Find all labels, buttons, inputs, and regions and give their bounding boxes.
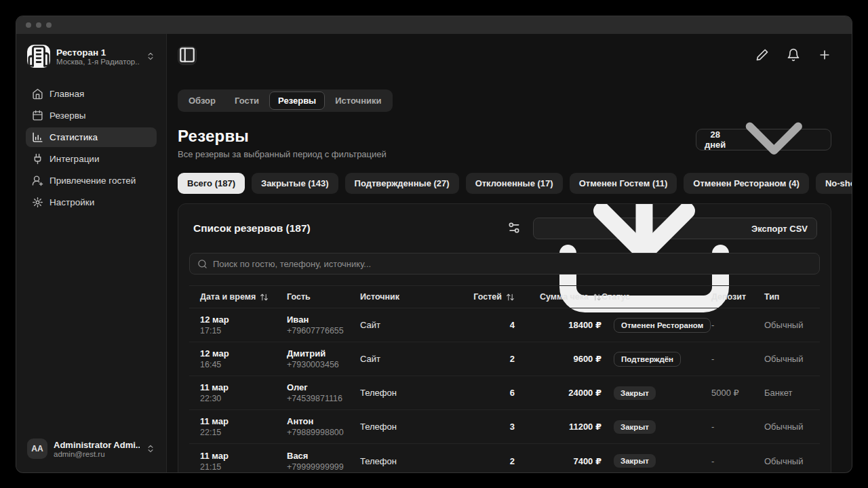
search-input[interactable] [213,259,812,269]
sidebar-toggle-button[interactable] [178,46,197,65]
close-button[interactable] [26,22,31,28]
period-select[interactable]: 28 дней [696,129,831,150]
tab[interactable]: Источники [326,92,390,110]
reservation-date: 12 мар [200,348,287,359]
table-row[interactable]: 11 мар 22:30 Олег +74539871116 Телефон 6… [189,376,820,410]
reservation-date: 11 мар [200,382,287,392]
search-box [189,253,820,274]
cell-datetime: 11 мар 22:15 [200,416,287,437]
gear-icon [32,197,43,208]
cell-source: Телефон [360,388,465,398]
minimize-button[interactable] [36,22,41,28]
period-value: 28 дней [705,129,726,150]
cell-guests-count: 2 [465,456,515,466]
cell-datetime: 12 мар 16:45 [200,348,287,369]
sidebar-item-label: Настройки [50,197,94,207]
filter-chip[interactable]: No-show (8) [816,173,852,194]
filter-chip[interactable]: Отменен Гостем (11) [570,173,677,194]
chart-icon [32,131,43,143]
cell-status: Закрыт [601,386,711,400]
user-menu[interactable]: AA Administrator Admi... admin@rest.ru [26,436,157,462]
tab[interactable]: Обзор [180,92,224,110]
cell-type: Обычный [764,422,809,432]
reservation-date: 11 мар [200,451,287,461]
table-row[interactable]: 12 мар 17:15 Иван +79607776655 Сайт 4 18… [189,308,820,342]
column-header[interactable]: Гость [287,292,360,302]
panel-left-icon [178,46,196,66]
cell-amount: 11200 ₽ [515,422,601,432]
column-header[interactable]: Дата и время [200,292,287,302]
calendar-icon [32,110,43,121]
table-row[interactable]: 11 мар 22:15 Антон +79889998800 Телефон … [189,410,820,444]
user-plus-icon [32,175,43,186]
restaurant-name: Ресторан 1 [56,47,140,58]
column-header[interactable]: Гостей [465,292,515,302]
cell-guest: Антон +79889998800 [287,416,360,437]
cell-status: Закрыт [601,420,711,434]
column-header[interactable]: Депозит [711,292,764,302]
building-icon [27,45,50,68]
cell-source: Телефон [360,456,465,466]
filter-chip[interactable]: Отклоненные (17) [466,173,563,194]
plug-icon [32,153,43,165]
table-row[interactable]: 12 мар 16:45 Дмитрий +7930003456 Сайт 2 … [189,342,820,376]
column-header[interactable]: Сумма чека [515,292,601,302]
column-label: Гостей [473,292,502,302]
stats-tabs: Обзор Гости Резервы Источники [178,89,393,112]
column-label: Источник [360,292,399,302]
tab[interactable]: Гости [226,92,268,110]
guest-name: Антон [287,416,360,426]
filter-chip[interactable]: Закрытые (143) [252,173,338,194]
reservation-time: 22:15 [200,428,287,437]
reservations-table: Дата и время Гость Источник Гостей Сумма… [189,285,820,470]
sidebar-item[interactable]: Привлечение гостей [26,171,157,190]
cell-source: Телефон [360,422,465,432]
column-label: Статус [601,292,630,302]
sidebar-nav: Главная Резервы Статистика Интеграции Пр… [26,84,157,212]
sidebar-item[interactable]: Настройки [26,192,157,212]
filter-chip[interactable]: Всего (187) [178,173,245,194]
cell-status: Подтверждён [601,352,711,367]
maximize-button[interactable] [46,22,52,28]
export-csv-button[interactable]: Экспорт CSV [533,218,817,239]
view-options-button[interactable] [507,222,521,235]
filter-chip[interactable]: Отменен Рестораном (4) [684,173,809,194]
cell-source: Сайт [360,320,465,330]
status-badge: Закрыт [614,420,656,434]
column-header[interactable]: Тип [764,292,809,302]
guest-phone: +79889998800 [287,428,360,437]
guest-phone: +74539871116 [287,394,360,403]
filter-chip[interactable]: Подтвержденные (27) [345,173,459,194]
plus-icon [818,48,831,64]
edit-button[interactable] [755,49,769,62]
chevrons-up-down-icon [146,52,155,61]
sidebar-item-label: Резервы [50,110,86,121]
card-title: Список резервов (187) [193,222,311,235]
sidebar-item[interactable]: Резервы [26,106,157,125]
search-icon [197,259,208,269]
reservation-date: 11 мар [200,416,287,426]
sidebar-item[interactable]: Интеграции [26,149,157,169]
cell-amount: 18400 ₽ [515,320,601,330]
cell-deposit: 5000 ₽ [711,388,764,398]
notifications-button[interactable] [787,49,800,62]
guest-phone: +79999999999 [287,462,360,472]
add-button[interactable] [818,49,831,62]
column-header[interactable]: Источник [360,292,465,302]
table-row[interactable]: 11 мар 21:15 Вася +79999999999 Телефон 2… [189,444,820,472]
sidebar-item[interactable]: Главная [26,84,157,104]
chevrons-up-down-icon [146,444,155,453]
reservation-time: 17:15 [200,326,287,336]
avatar: AA [27,439,47,459]
tab[interactable]: Резервы [269,92,325,110]
cell-status: Отменен Рестораном [601,318,711,333]
bell-icon [787,48,800,64]
column-label: Сумма чека [540,292,589,302]
cell-amount: 24000 ₽ [515,388,601,398]
column-label: Депозит [711,292,746,302]
column-header[interactable]: Статус [601,292,711,302]
cell-type: Обычный [764,456,809,466]
sidebar-item[interactable]: Статистика [26,127,157,147]
restaurant-selector[interactable]: Ресторан 1 Москва, 1-я Радиатор... [26,42,157,70]
sidebar-spacer [26,212,157,436]
